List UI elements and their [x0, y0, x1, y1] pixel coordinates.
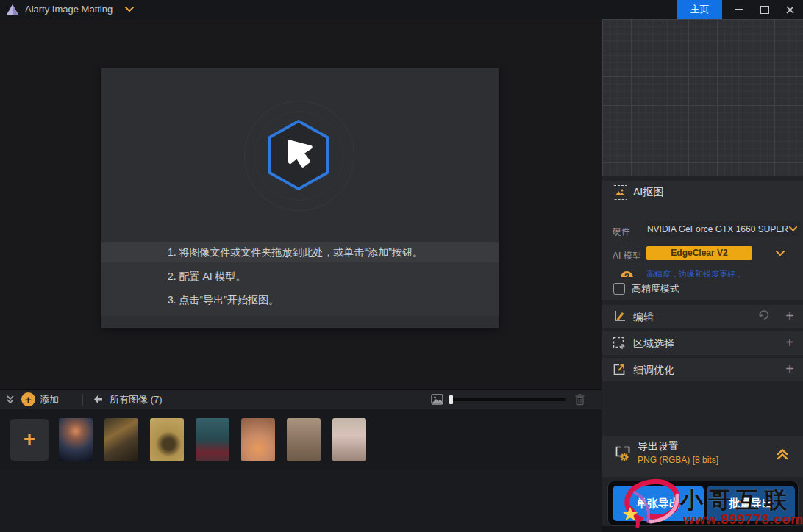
panel-refine-label: 细调优化: [633, 358, 674, 381]
panel-edit-add-button[interactable]: +: [779, 305, 801, 328]
ai-model-label: AI 模型: [613, 250, 641, 262]
instruction-step-1: 1. 将图像文件或文件夹拖放到此处，或单击“添加”按钮。: [168, 242, 491, 262]
ai-matting-title: AI抠图: [633, 181, 663, 203]
all-images-label[interactable]: 所有图像 (7): [110, 390, 163, 409]
thumbnail-mountain-bike[interactable]: [150, 418, 184, 461]
refine-icon: [613, 363, 626, 376]
trash-icon[interactable]: [574, 394, 585, 406]
export-batch-button[interactable]: 批量导出: [707, 486, 795, 521]
transparency-grid-preview: [602, 19, 803, 176]
drop-zone[interactable]: 1. 将图像文件或文件夹拖放到此处，或单击“添加”按钮。 2. 配置 AI 模型…: [101, 68, 499, 328]
minimize-icon: [735, 9, 743, 10]
collapse-panel-icon[interactable]: [5, 395, 15, 405]
right-sidebar: AI抠图 硬件 NVIDIA GeForce GTX 1660 SUPER AI…: [602, 19, 803, 532]
collapse-up-icon[interactable]: [776, 447, 789, 461]
slider-handle[interactable]: [449, 395, 453, 404]
high-precision-checkbox[interactable]: [613, 283, 625, 295]
panel-edit[interactable]: 编辑 +: [602, 305, 803, 328]
export-format-value: PNG (RGBA) [8 bits]: [638, 455, 718, 465]
thumbnail-woman-light-flowers[interactable]: [332, 418, 366, 461]
export-single-button[interactable]: 单张导出: [613, 486, 704, 521]
export-settings-title: 导出设置: [638, 440, 679, 453]
add-image-tile[interactable]: +: [10, 419, 49, 461]
app-menu-chevron-icon[interactable]: [125, 7, 134, 12]
maximize-button[interactable]: [755, 0, 774, 19]
title-bar: Aiarty Image Matting 主页: [0, 0, 803, 20]
panel-region-select[interactable]: 区域选择 +: [602, 331, 803, 355]
thumbnail-size-icon: [431, 394, 443, 405]
maximize-icon: [760, 6, 769, 14]
panel-region-add-button[interactable]: +: [779, 331, 801, 355]
ai-matting-icon: [613, 185, 627, 200]
edit-pen-icon: [613, 310, 626, 323]
main-canvas-area: 1. 将图像文件或文件夹拖放到此处，或单击“添加”按钮。 2. 配置 AI 模型…: [0, 19, 602, 389]
ai-model-selected[interactable]: EdgeClear V2: [646, 246, 752, 260]
close-button[interactable]: [780, 0, 799, 19]
panel-region-select-label: 区域选择: [633, 331, 674, 355]
thumbnail-list: [59, 418, 366, 461]
add-images-button[interactable]: +: [21, 392, 35, 406]
panel-edit-label: 编辑: [633, 305, 654, 328]
ai-matting-section: AI抠图 硬件 NVIDIA GeForce GTX 1660 SUPER AI…: [602, 181, 803, 273]
minimize-button[interactable]: [729, 0, 749, 19]
toolbar-divider: [82, 394, 83, 406]
hardware-value: NVIDIA GeForce GTX 1660 SUPER: [646, 224, 789, 234]
hardware-label: 硬件: [613, 226, 630, 238]
thumbnail-woman-orange-flowers[interactable]: [241, 418, 275, 461]
close-icon: [786, 6, 794, 14]
high-precision-label: 高精度模式: [632, 277, 679, 300]
thumbnail-autumn-forest-rocks[interactable]: [104, 418, 138, 461]
hardware-dropdown[interactable]: NVIDIA GeForce GTX 1660 SUPER: [646, 221, 801, 237]
thumbnail-strip: +: [0, 409, 602, 470]
region-select-icon: [613, 337, 626, 350]
high-precision-row: 高精度模式: [602, 277, 803, 300]
model-chevron-down-icon[interactable]: [776, 251, 785, 256]
chevron-down-icon: [789, 226, 797, 231]
panel-refine-add-button[interactable]: +: [779, 358, 801, 381]
thumbnail-red-dress-forest[interactable]: [196, 418, 229, 461]
image-list-panel: + 添加 所有图像 (7) +: [0, 389, 602, 532]
back-arrow-icon[interactable]: [93, 395, 104, 404]
image-list-toolbar: + 添加 所有图像 (7): [0, 390, 602, 409]
export-buttons-container: 单张导出 批量导出: [607, 481, 799, 526]
export-settings-icon: [614, 445, 632, 462]
home-button[interactable]: 主页: [677, 0, 722, 19]
thumbnail-jellyfish[interactable]: [59, 418, 93, 461]
thumbnail-size-slider[interactable]: [449, 398, 566, 401]
sidebar-footer: [602, 526, 803, 532]
app-title: Aiarty Image Matting: [25, 0, 113, 19]
instruction-step-3: 3. 点击“导出”开始抠图。: [168, 289, 491, 311]
undo-icon[interactable]: [758, 310, 770, 320]
panel-refine[interactable]: 细调优化 +: [602, 358, 803, 381]
export-settings-section[interactable]: 导出设置 PNG (RGBA) [8 bits]: [602, 436, 803, 477]
thumbnail-woman-tan-flowers[interactable]: [287, 418, 321, 461]
instruction-step-2: 2. 配置 AI 模型。: [168, 265, 491, 287]
drop-hexagon-cursor-icon: [263, 115, 334, 195]
add-images-label[interactable]: 添加: [40, 390, 59, 409]
app-logo-icon: [6, 3, 19, 16]
